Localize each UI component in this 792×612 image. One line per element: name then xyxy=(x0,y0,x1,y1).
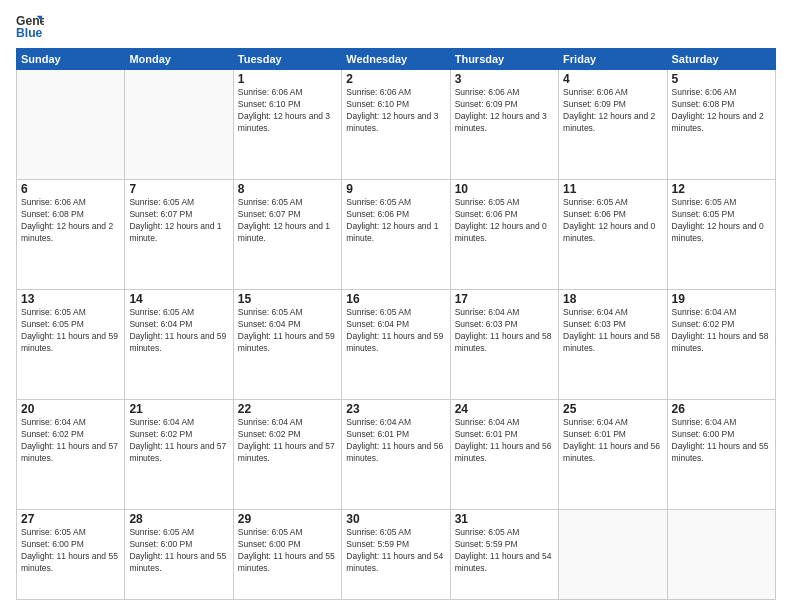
calendar-cell: 26Sunrise: 6:04 AMSunset: 6:00 PMDayligh… xyxy=(667,400,775,510)
day-number: 19 xyxy=(672,292,771,306)
day-number: 2 xyxy=(346,72,445,86)
logo-icon: General Blue xyxy=(16,12,44,40)
weekday-header-thursday: Thursday xyxy=(450,49,558,70)
day-info: Sunrise: 6:04 AMSunset: 6:02 PMDaylight:… xyxy=(129,417,228,465)
calendar-cell: 10Sunrise: 6:05 AMSunset: 6:06 PMDayligh… xyxy=(450,180,558,290)
header: General Blue xyxy=(16,12,776,40)
calendar-cell: 19Sunrise: 6:04 AMSunset: 6:02 PMDayligh… xyxy=(667,290,775,400)
day-info: Sunrise: 6:06 AMSunset: 6:09 PMDaylight:… xyxy=(563,87,662,135)
calendar-cell: 3Sunrise: 6:06 AMSunset: 6:09 PMDaylight… xyxy=(450,70,558,180)
day-info: Sunrise: 6:05 AMSunset: 6:07 PMDaylight:… xyxy=(129,197,228,245)
day-info: Sunrise: 6:05 AMSunset: 6:06 PMDaylight:… xyxy=(563,197,662,245)
day-info: Sunrise: 6:04 AMSunset: 6:00 PMDaylight:… xyxy=(672,417,771,465)
day-info: Sunrise: 6:04 AMSunset: 6:01 PMDaylight:… xyxy=(455,417,554,465)
day-number: 10 xyxy=(455,182,554,196)
calendar-week-5: 27Sunrise: 6:05 AMSunset: 6:00 PMDayligh… xyxy=(17,510,776,600)
page: General Blue SundayMondayTuesdayWednesda… xyxy=(0,0,792,612)
weekday-header-friday: Friday xyxy=(559,49,667,70)
calendar-cell: 21Sunrise: 6:04 AMSunset: 6:02 PMDayligh… xyxy=(125,400,233,510)
day-info: Sunrise: 6:04 AMSunset: 6:01 PMDaylight:… xyxy=(346,417,445,465)
day-info: Sunrise: 6:05 AMSunset: 6:06 PMDaylight:… xyxy=(346,197,445,245)
calendar-cell: 5Sunrise: 6:06 AMSunset: 6:08 PMDaylight… xyxy=(667,70,775,180)
weekday-header-wednesday: Wednesday xyxy=(342,49,450,70)
day-number: 30 xyxy=(346,512,445,526)
svg-text:Blue: Blue xyxy=(16,26,43,40)
day-info: Sunrise: 6:05 AMSunset: 6:05 PMDaylight:… xyxy=(672,197,771,245)
day-number: 31 xyxy=(455,512,554,526)
calendar-table: SundayMondayTuesdayWednesdayThursdayFrid… xyxy=(16,48,776,600)
day-info: Sunrise: 6:05 AMSunset: 5:59 PMDaylight:… xyxy=(346,527,445,575)
day-info: Sunrise: 6:06 AMSunset: 6:10 PMDaylight:… xyxy=(346,87,445,135)
day-number: 9 xyxy=(346,182,445,196)
day-number: 8 xyxy=(238,182,337,196)
calendar-cell: 13Sunrise: 6:05 AMSunset: 6:05 PMDayligh… xyxy=(17,290,125,400)
day-number: 3 xyxy=(455,72,554,86)
day-info: Sunrise: 6:05 AMSunset: 6:07 PMDaylight:… xyxy=(238,197,337,245)
weekday-header-monday: Monday xyxy=(125,49,233,70)
calendar-cell: 2Sunrise: 6:06 AMSunset: 6:10 PMDaylight… xyxy=(342,70,450,180)
weekday-header-sunday: Sunday xyxy=(17,49,125,70)
calendar-cell xyxy=(559,510,667,600)
day-info: Sunrise: 6:04 AMSunset: 6:03 PMDaylight:… xyxy=(563,307,662,355)
day-number: 11 xyxy=(563,182,662,196)
day-info: Sunrise: 6:05 AMSunset: 6:06 PMDaylight:… xyxy=(455,197,554,245)
calendar-week-3: 13Sunrise: 6:05 AMSunset: 6:05 PMDayligh… xyxy=(17,290,776,400)
logo: General Blue xyxy=(16,12,44,40)
day-number: 26 xyxy=(672,402,771,416)
calendar-cell: 11Sunrise: 6:05 AMSunset: 6:06 PMDayligh… xyxy=(559,180,667,290)
day-info: Sunrise: 6:06 AMSunset: 6:10 PMDaylight:… xyxy=(238,87,337,135)
calendar-cell: 31Sunrise: 6:05 AMSunset: 5:59 PMDayligh… xyxy=(450,510,558,600)
calendar-cell: 24Sunrise: 6:04 AMSunset: 6:01 PMDayligh… xyxy=(450,400,558,510)
calendar-cell: 20Sunrise: 6:04 AMSunset: 6:02 PMDayligh… xyxy=(17,400,125,510)
day-number: 4 xyxy=(563,72,662,86)
day-number: 14 xyxy=(129,292,228,306)
calendar-cell: 18Sunrise: 6:04 AMSunset: 6:03 PMDayligh… xyxy=(559,290,667,400)
day-number: 6 xyxy=(21,182,120,196)
calendar-cell: 4Sunrise: 6:06 AMSunset: 6:09 PMDaylight… xyxy=(559,70,667,180)
day-number: 23 xyxy=(346,402,445,416)
calendar-cell: 12Sunrise: 6:05 AMSunset: 6:05 PMDayligh… xyxy=(667,180,775,290)
day-info: Sunrise: 6:05 AMSunset: 6:04 PMDaylight:… xyxy=(346,307,445,355)
weekday-header-row: SundayMondayTuesdayWednesdayThursdayFrid… xyxy=(17,49,776,70)
day-number: 24 xyxy=(455,402,554,416)
day-number: 12 xyxy=(672,182,771,196)
day-number: 7 xyxy=(129,182,228,196)
day-number: 18 xyxy=(563,292,662,306)
day-info: Sunrise: 6:05 AMSunset: 6:00 PMDaylight:… xyxy=(21,527,120,575)
calendar-cell: 23Sunrise: 6:04 AMSunset: 6:01 PMDayligh… xyxy=(342,400,450,510)
day-info: Sunrise: 6:04 AMSunset: 6:03 PMDaylight:… xyxy=(455,307,554,355)
calendar-cell: 6Sunrise: 6:06 AMSunset: 6:08 PMDaylight… xyxy=(17,180,125,290)
calendar-week-4: 20Sunrise: 6:04 AMSunset: 6:02 PMDayligh… xyxy=(17,400,776,510)
day-info: Sunrise: 6:04 AMSunset: 6:01 PMDaylight:… xyxy=(563,417,662,465)
day-info: Sunrise: 6:05 AMSunset: 6:05 PMDaylight:… xyxy=(21,307,120,355)
day-number: 27 xyxy=(21,512,120,526)
weekday-header-tuesday: Tuesday xyxy=(233,49,341,70)
calendar-cell: 9Sunrise: 6:05 AMSunset: 6:06 PMDaylight… xyxy=(342,180,450,290)
day-number: 21 xyxy=(129,402,228,416)
day-number: 22 xyxy=(238,402,337,416)
calendar-cell xyxy=(17,70,125,180)
calendar-cell: 22Sunrise: 6:04 AMSunset: 6:02 PMDayligh… xyxy=(233,400,341,510)
calendar-cell: 1Sunrise: 6:06 AMSunset: 6:10 PMDaylight… xyxy=(233,70,341,180)
calendar-week-1: 1Sunrise: 6:06 AMSunset: 6:10 PMDaylight… xyxy=(17,70,776,180)
calendar-cell: 25Sunrise: 6:04 AMSunset: 6:01 PMDayligh… xyxy=(559,400,667,510)
day-info: Sunrise: 6:05 AMSunset: 6:00 PMDaylight:… xyxy=(238,527,337,575)
day-number: 13 xyxy=(21,292,120,306)
calendar-cell: 17Sunrise: 6:04 AMSunset: 6:03 PMDayligh… xyxy=(450,290,558,400)
calendar-cell: 28Sunrise: 6:05 AMSunset: 6:00 PMDayligh… xyxy=(125,510,233,600)
day-number: 16 xyxy=(346,292,445,306)
day-number: 29 xyxy=(238,512,337,526)
calendar-cell: 8Sunrise: 6:05 AMSunset: 6:07 PMDaylight… xyxy=(233,180,341,290)
day-number: 5 xyxy=(672,72,771,86)
calendar-cell xyxy=(667,510,775,600)
weekday-header-saturday: Saturday xyxy=(667,49,775,70)
day-info: Sunrise: 6:04 AMSunset: 6:02 PMDaylight:… xyxy=(21,417,120,465)
day-info: Sunrise: 6:04 AMSunset: 6:02 PMDaylight:… xyxy=(238,417,337,465)
day-info: Sunrise: 6:05 AMSunset: 6:04 PMDaylight:… xyxy=(129,307,228,355)
day-info: Sunrise: 6:05 AMSunset: 6:00 PMDaylight:… xyxy=(129,527,228,575)
calendar-cell: 27Sunrise: 6:05 AMSunset: 6:00 PMDayligh… xyxy=(17,510,125,600)
calendar-cell: 7Sunrise: 6:05 AMSunset: 6:07 PMDaylight… xyxy=(125,180,233,290)
day-info: Sunrise: 6:06 AMSunset: 6:08 PMDaylight:… xyxy=(21,197,120,245)
day-info: Sunrise: 6:05 AMSunset: 6:04 PMDaylight:… xyxy=(238,307,337,355)
day-number: 1 xyxy=(238,72,337,86)
